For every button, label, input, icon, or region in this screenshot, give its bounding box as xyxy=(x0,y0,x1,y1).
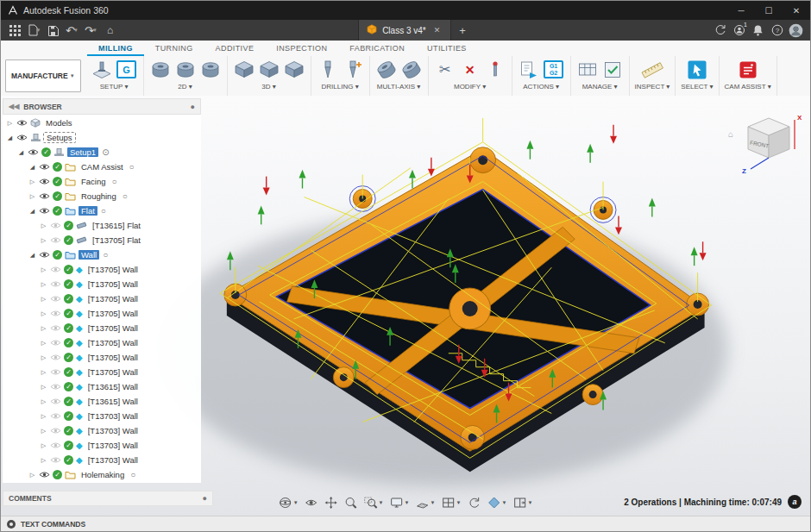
tree-row[interactable]: ▷✓[T13705] Flat xyxy=(3,233,201,247)
nc-program-icon[interactable]: G1G2 xyxy=(543,59,565,81)
tree-item-label[interactable]: [T13703] Wall xyxy=(85,455,141,465)
viewport[interactable]: ⌂ FRONT X Z ◀◀ BROWSER ● ▷Models◢Setups◢… xyxy=(1,96,810,516)
panel-options-icon[interactable]: ● xyxy=(191,103,195,111)
data-panel-icon[interactable]: ⌂ xyxy=(101,22,119,39)
extensions-icon[interactable]: 1 xyxy=(730,22,748,39)
save-icon[interactable] xyxy=(44,22,62,39)
visibility-eye-icon[interactable] xyxy=(50,383,61,391)
expander-icon[interactable]: ▷ xyxy=(6,120,14,127)
tree-row[interactable]: ▷✓◆[T13703] Wall xyxy=(3,409,201,423)
tree-row[interactable]: ▷✓◆[T13705] Wall xyxy=(3,321,201,335)
tree-item-label[interactable]: Roughing xyxy=(79,191,119,201)
drill-icon[interactable] xyxy=(317,59,339,81)
close-button[interactable]: ✕ xyxy=(783,1,810,20)
visibility-eye-icon[interactable] xyxy=(50,339,61,347)
tree-row[interactable]: ▷✓Holemaking○ xyxy=(3,467,201,482)
expander-icon[interactable]: ◢ xyxy=(17,149,25,156)
tree-row[interactable]: ▷✓◆[T13703] Wall xyxy=(3,453,201,467)
tree-row[interactable]: ▷✓Roughing○ xyxy=(3,189,201,203)
tab-milling[interactable]: MILLING xyxy=(87,41,144,56)
visibility-eye-icon[interactable] xyxy=(50,412,61,420)
expander-icon[interactable]: ▷ xyxy=(40,413,47,420)
visibility-eye-icon[interactable] xyxy=(50,441,61,449)
face-icon[interactable] xyxy=(149,59,172,81)
visibility-eye-icon[interactable] xyxy=(50,324,61,332)
tree-row[interactable]: ▷✓Facing○ xyxy=(3,174,201,189)
tree-item-label[interactable]: Models xyxy=(43,118,75,128)
visibility-eye-icon[interactable] xyxy=(50,280,61,288)
measure-icon[interactable] xyxy=(641,59,663,81)
visibility-eye-icon[interactable] xyxy=(39,207,50,215)
tab-utilities[interactable]: UTILITIES xyxy=(416,41,478,56)
tool-library-icon[interactable] xyxy=(576,59,599,81)
tree-row[interactable]: ▷Models xyxy=(3,116,201,130)
2d-contour-icon[interactable] xyxy=(199,59,222,81)
new-tab-button[interactable]: + xyxy=(453,24,472,37)
bore-icon[interactable] xyxy=(342,59,364,81)
expander-icon[interactable]: ◢ xyxy=(28,252,36,259)
tree-row[interactable]: ▷✓◆[T13703] Wall xyxy=(3,423,201,438)
orbit-icon[interactable]: ▼ xyxy=(276,495,301,510)
tab-fabrication[interactable]: FABRICATION xyxy=(338,41,416,56)
tree-item-label[interactable]: [T13615] Wall xyxy=(85,397,141,406)
view-cube[interactable]: ⌂ FRONT X Z xyxy=(727,110,803,175)
group-label-manage[interactable]: MANAGE ▾ xyxy=(582,83,618,91)
expander-icon[interactable]: ▷ xyxy=(40,384,47,391)
comments-panel[interactable]: COMMENTS ● xyxy=(3,491,213,506)
zoom-icon[interactable] xyxy=(342,495,361,510)
document-tab[interactable]: Class 3 v4* ✕ xyxy=(358,20,451,41)
visibility-eye-icon[interactable] xyxy=(50,397,61,405)
visibility-eye-icon[interactable] xyxy=(39,163,50,171)
tree-row[interactable]: ▷✓◆[T13615] Wall xyxy=(3,379,201,394)
expander-icon[interactable]: ▷ xyxy=(40,442,47,449)
post-process-icon[interactable] xyxy=(518,59,540,81)
gcode-icon[interactable]: G xyxy=(116,59,138,81)
expander-icon[interactable]: ▷ xyxy=(40,237,47,244)
file-menu-icon[interactable]: ▼ xyxy=(25,22,43,39)
visibility-eye-icon[interactable] xyxy=(50,456,61,464)
tree-row[interactable]: ▷✓◆[T13705] Wall xyxy=(3,350,201,365)
tab-turning[interactable]: TURNING xyxy=(144,41,204,56)
operation-radio-icon[interactable]: ○ xyxy=(129,162,135,172)
operation-radio-icon[interactable]: ○ xyxy=(130,470,135,479)
expander-icon[interactable]: ▷ xyxy=(40,340,47,347)
text-commands-bar[interactable]: TEXT COMMANDS xyxy=(1,516,810,531)
visibility-eye-icon[interactable] xyxy=(16,134,28,141)
tab-close-icon[interactable]: ✕ xyxy=(431,24,443,36)
expander-icon[interactable]: ▷ xyxy=(40,369,47,376)
pocket-clearing-icon[interactable] xyxy=(258,59,280,81)
visibility-eye-icon[interactable] xyxy=(50,295,61,303)
operation-radio-icon[interactable]: ⊙ xyxy=(102,147,109,157)
tree-row[interactable]: ◢✓Setup1⊙ xyxy=(3,145,201,160)
look-at-icon[interactable] xyxy=(302,495,321,510)
expander-icon[interactable]: ▷ xyxy=(40,457,47,464)
tree-row[interactable]: ▷✓◆[T13705] Wall xyxy=(3,306,201,321)
visibility-eye-icon[interactable] xyxy=(39,251,50,259)
tree-row[interactable]: ▷✓◆[T13705] Wall xyxy=(3,277,201,291)
expander-icon[interactable]: ◢ xyxy=(6,135,14,141)
tree-row[interactable]: ▷✓◆[T13705] Wall xyxy=(3,262,201,277)
redo-icon[interactable]: ↷▼ xyxy=(82,22,100,39)
tree-row[interactable]: ◢✓Flat○ xyxy=(3,203,201,218)
job-status-icon[interactable] xyxy=(711,22,729,39)
tree-row[interactable]: ▷✓◆[T13705] Wall xyxy=(3,291,201,306)
tree-item-label[interactable]: [T13615] Wall xyxy=(85,382,141,391)
tree-item-label[interactable]: Setup1 xyxy=(67,147,98,157)
group-label-actions[interactable]: ACTIONS ▾ xyxy=(523,83,559,91)
adaptive-clearing-icon[interactable] xyxy=(233,59,255,81)
2d-pocket-icon[interactable] xyxy=(174,59,197,81)
expander-icon[interactable]: ◢ xyxy=(28,208,36,215)
group-label-3d[interactable]: 3D ▾ xyxy=(261,83,275,91)
trim-toolpath-icon[interactable]: ✂ xyxy=(434,59,456,81)
expander-icon[interactable]: ▷ xyxy=(40,266,47,273)
expander-icon[interactable]: ▷ xyxy=(40,296,47,303)
tree-row[interactable]: ▷✓◆[T13705] Wall xyxy=(3,365,201,379)
tree-item-label[interactable]: [T13615] Flat xyxy=(90,221,143,230)
tree-item-label[interactable]: Wall xyxy=(79,250,99,260)
tree-item-label[interactable]: [T13705] Wall xyxy=(85,353,141,362)
tree-item-label[interactable]: [T13705] Wall xyxy=(85,279,141,289)
tree-item-label[interactable]: Flat xyxy=(79,206,97,216)
tree-item-label[interactable]: [T13703] Wall xyxy=(85,441,141,450)
operation-radio-icon[interactable]: ○ xyxy=(112,177,117,186)
select-icon[interactable] xyxy=(686,59,708,81)
